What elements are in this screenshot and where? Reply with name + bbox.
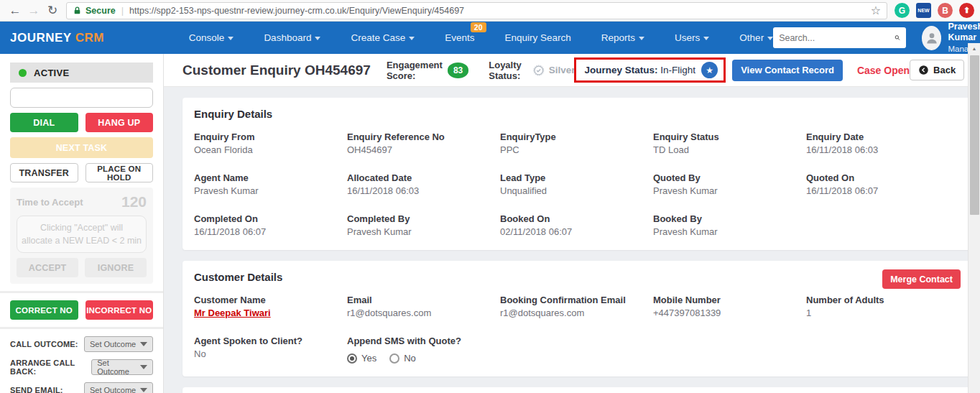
nav-label: Console	[189, 32, 225, 43]
sidebar-divider	[0, 291, 163, 293]
logo-journey: JOURNEY	[10, 31, 71, 45]
loyalty-badge-icon	[533, 61, 545, 80]
field-quoted-on: Quoted On16/11/2018 06:07	[806, 172, 959, 196]
field-label: Append SMS with Quote?	[347, 336, 500, 346]
secure-label: Secure	[85, 6, 116, 16]
time-to-accept-value: 120	[121, 193, 147, 211]
append-sms-yes-option[interactable]: Yes	[347, 353, 376, 364]
place-on-hold-button[interactable]: PLACE ON HOLD	[85, 163, 154, 182]
time-to-accept-label: Time to Accept	[17, 197, 83, 208]
field-value: PPC	[500, 144, 653, 155]
journey-star-icon: ★	[701, 62, 718, 78]
field-agent-name: Agent NamePravesh Kumar	[194, 172, 347, 196]
field-value: Pravesh Kumar	[194, 185, 347, 196]
nav-item-dashboard[interactable]: Dashboard	[264, 32, 320, 43]
nav-item-enquiry-search[interactable]: Enquiry Search	[505, 32, 571, 43]
nav-item-console[interactable]: Console	[189, 32, 234, 43]
nav-item-users[interactable]: Users	[675, 32, 709, 43]
url-text[interactable]: https://spp2-153-nps-questnr-review.jour…	[129, 6, 865, 16]
field-label: Quoted By	[653, 172, 806, 183]
back-button[interactable]: Back	[910, 60, 964, 80]
field-label: Booked By	[653, 213, 806, 224]
journey-status-value: In-Flight	[660, 65, 695, 75]
field-value: OH454697	[347, 144, 500, 155]
merge-contact-button[interactable]: Merge Contact	[882, 269, 961, 289]
accept-hint-line2: allocate a NEW LEAD < 2 min	[20, 234, 143, 247]
accept-button[interactable]: ACCEPT	[17, 258, 78, 277]
field-label: Booked On	[500, 213, 653, 224]
avatar	[922, 26, 941, 50]
global-search-box[interactable]	[773, 27, 906, 48]
field-label: Mobile Number	[653, 295, 806, 305]
extension-b-icon[interactable]: B	[938, 3, 953, 18]
radio-checked-icon[interactable]	[347, 353, 357, 364]
scrollbar-up-arrow-icon[interactable]: ▲	[969, 43, 980, 54]
send-email-select[interactable]: Set Outcome	[84, 382, 153, 393]
browser-reload-icon[interactable]: ↻	[43, 3, 62, 18]
app-logo[interactable]: JOURNEY CRM	[10, 31, 104, 45]
case-status-label: Case Open	[857, 65, 910, 76]
ignore-button[interactable]: IGNORE	[85, 258, 147, 277]
field-value: Pravesh Kumar	[347, 226, 500, 237]
radio-unchecked-icon[interactable]	[389, 353, 399, 364]
call-outcome-select[interactable]: Set Outcome	[84, 336, 153, 352]
field-enquiry-status: Enquiry StatusTD Load	[653, 131, 806, 155]
field-value: Ocean Florida	[194, 144, 347, 155]
extension-grammarly-icon[interactable]: G	[895, 3, 910, 18]
view-contact-record-button[interactable]: View Contact Record	[732, 60, 843, 81]
search-input[interactable]	[779, 33, 895, 43]
correct-no-button[interactable]: CORRECT NO	[10, 300, 78, 320]
field-label: Completed On	[194, 213, 347, 224]
dial-button[interactable]: DIAL	[10, 113, 78, 132]
person-icon	[925, 31, 939, 45]
hang-up-button[interactable]: HANG UP	[85, 113, 154, 132]
address-bar[interactable]: Secure | https://spp2-153-nps-questnr-re…	[66, 2, 887, 19]
nav-label: Dashboard	[264, 32, 311, 43]
field-label: Booking Confirmation Email	[500, 295, 653, 305]
search-icon[interactable]	[895, 32, 900, 43]
nav-item-reports[interactable]: Reports	[601, 32, 644, 43]
field-label: Completed By	[347, 213, 500, 224]
field-label: Enquiry Date	[806, 131, 959, 142]
chevron-down-icon	[140, 388, 147, 392]
nav-item-create-case[interactable]: Create Case	[351, 32, 415, 43]
loyalty-status-label: Loyalty Status:	[489, 60, 529, 81]
incorrect-no-button[interactable]: INCORRECT NO	[85, 300, 154, 320]
journey-status-text: Journey Status: In-Flight	[585, 65, 696, 75]
radio-yes-label: Yes	[361, 353, 376, 364]
nav-label: Other	[739, 32, 764, 43]
field-value: 16/11/2018 06:07	[194, 226, 347, 237]
scrollbar-thumb[interactable]	[970, 55, 979, 215]
field-enquiry-reference-no: Enquiry Reference NoOH454697	[347, 131, 500, 155]
chevron-down-icon	[140, 342, 147, 346]
field-value: 02/11/2018 06:07	[500, 226, 653, 237]
extension-new-icon[interactable]: NEW	[916, 3, 931, 18]
page-scrollbar[interactable]: ▲	[968, 43, 980, 393]
select-value: Set Outcome	[97, 359, 140, 376]
field-value: 1	[806, 308, 959, 318]
bookmark-star-icon[interactable]: ☆	[871, 4, 881, 17]
browser-back-icon[interactable]: ←	[6, 4, 24, 18]
nav-item-events[interactable]: Events20	[445, 32, 474, 43]
field-label: Enquiry From	[194, 131, 347, 142]
customer-details-title: Customer Details	[194, 271, 959, 283]
chevron-down-icon	[703, 37, 709, 40]
secure-lock-icon	[73, 6, 82, 16]
append-sms-no-option[interactable]: No	[389, 353, 416, 364]
agent-status-label: ACTIVE	[34, 68, 69, 78]
field-label: Customer Name	[194, 295, 347, 305]
logo-crm: CRM	[75, 31, 104, 45]
phone-number-input[interactable]	[21, 93, 147, 103]
field-booking-confirmation-email: Booking Confirmation Emailr1@dotsquares.…	[500, 295, 653, 318]
transfer-button[interactable]: TRANSFER	[10, 163, 78, 182]
extension-up-icon[interactable]: ⬆	[959, 3, 974, 18]
phone-number-field[interactable]	[10, 88, 153, 108]
customer-name-link[interactable]: Mr Deepak Tiwari	[194, 308, 347, 318]
engagement-score-badge: 83	[448, 63, 468, 78]
nav-item-other[interactable]: Other	[739, 32, 773, 43]
next-task-button[interactable]: NEXT TASK	[10, 137, 153, 158]
nav-label: Create Case	[351, 32, 405, 43]
arrange-call-back-select[interactable]: Set Outcome	[91, 359, 153, 375]
journey-status-label: Journey Status:	[585, 65, 658, 75]
field-completed-on: Completed On16/11/2018 06:07	[194, 213, 347, 237]
